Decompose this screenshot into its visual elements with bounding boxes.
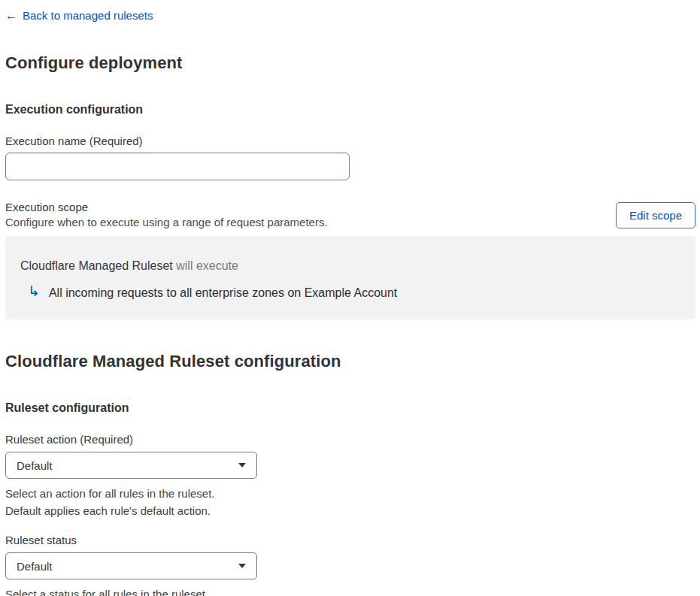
back-link-label: Back to managed rulesets — [23, 9, 153, 23]
ruleset-action-select[interactable]: Default — [5, 452, 257, 479]
ruleset-status-label: Ruleset status — [5, 534, 695, 547]
page-title: Configure deployment — [5, 53, 695, 74]
ruleset-action-selected-value: Default — [17, 459, 53, 472]
scope-summary-panel: Cloudflare Managed Ruleset will execute … — [5, 236, 695, 319]
execution-scope-row: Execution scope Configure when to execut… — [5, 200, 695, 230]
ruleset-status-selected-value: Default — [17, 560, 53, 573]
configure-deployment-page: ← Back to managed rulesets Configure dep… — [0, 0, 700, 596]
edit-scope-button[interactable]: Edit scope — [616, 202, 695, 228]
back-link[interactable]: ← Back to managed rulesets — [5, 9, 153, 23]
will-execute-text: will execute — [176, 259, 238, 272]
execution-name-label: Execution name (Required) — [5, 135, 695, 148]
chevron-down-icon — [238, 564, 246, 568]
back-arrow-icon: ← — [5, 10, 17, 22]
scope-summary-headline: Cloudflare Managed Ruleset will execute — [20, 259, 680, 274]
ruleset-name-text: Cloudflare Managed Ruleset — [20, 259, 173, 272]
ruleset-configuration-subheading: Ruleset configuration — [5, 401, 695, 415]
execution-name-input[interactable] — [5, 153, 350, 180]
chevron-down-icon — [238, 463, 246, 467]
ruleset-status-help-line1: Select a status for all rules in the rul… — [5, 585, 695, 596]
ruleset-action-help-line2: Default applies each rule's default acti… — [5, 502, 695, 519]
execution-scope-text-block: Execution scope Configure when to execut… — [5, 200, 328, 230]
execution-scope-label: Execution scope — [5, 200, 328, 215]
scope-summary-text: All incoming requests to all enterprise … — [49, 285, 397, 301]
execution-scope-description: Configure when to execute using a range … — [5, 215, 328, 230]
ruleset-action-label: Ruleset action (Required) — [5, 433, 695, 446]
indent-arrow-icon: ↳ — [28, 283, 40, 300]
ruleset-action-help-line1: Select an action for all rules in the ru… — [5, 485, 695, 502]
scope-summary-detail: ↳ All incoming requests to all enterpris… — [20, 285, 680, 301]
ruleset-status-select[interactable]: Default — [5, 552, 257, 579]
ruleset-configuration-title: Cloudflare Managed Ruleset configuration — [5, 351, 695, 372]
execution-configuration-heading: Execution configuration — [5, 102, 695, 116]
